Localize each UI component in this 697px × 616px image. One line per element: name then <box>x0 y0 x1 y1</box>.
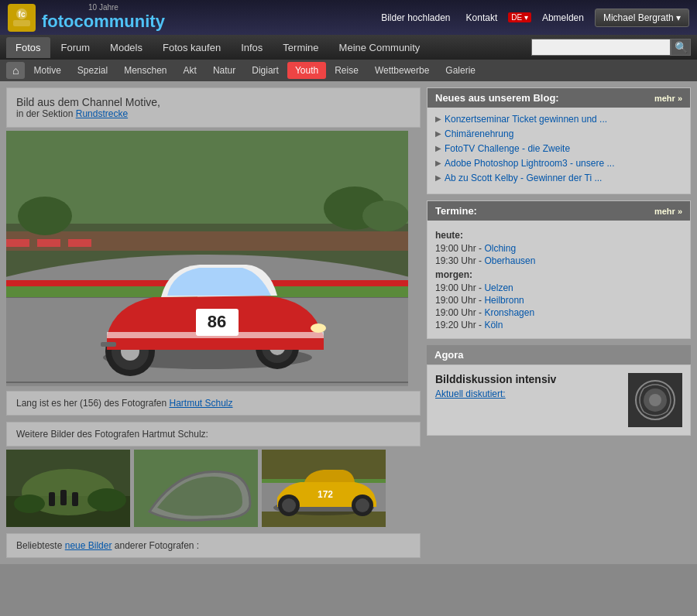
section-link[interactable]: Rundstrecke <box>76 108 128 119</box>
cat-digiart[interactable]: Digiart <box>244 62 287 79</box>
agora-text: Bilddiskussion intensiv Aktuell diskutie… <box>435 373 620 399</box>
cat-natur[interactable]: Natur <box>205 62 243 79</box>
blog-body: ▶ Konzertseminar Ticket gewinnen und ...… <box>427 108 690 193</box>
termine-header: Termine: mehr » <box>427 201 690 221</box>
agora-thumbnail[interactable] <box>628 373 682 427</box>
upload-button[interactable]: Bilder hochladen <box>376 10 455 26</box>
svg-rect-1 <box>13 20 30 26</box>
nav-fotos[interactable]: Fotos <box>6 37 50 58</box>
termine-olching: 19:00 Uhr - Olching <box>435 243 682 254</box>
cat-reise[interactable]: Reise <box>327 62 366 79</box>
photographer-link[interactable]: Hartmut Schulz <box>169 398 232 409</box>
svg-point-34 <box>88 488 126 512</box>
arrow-icon-5: ▶ <box>435 173 441 182</box>
arrow-icon-4: ▶ <box>435 159 441 167</box>
kronshagen-link[interactable]: Kronshagen <box>484 307 534 318</box>
cat-spezial[interactable]: Spezial <box>70 62 115 79</box>
blog-header: Neues aus unserem Blog: mehr » <box>427 88 690 108</box>
svg-point-47 <box>355 498 369 512</box>
brand-name: fotocommunity <box>42 12 165 32</box>
photo-info-box: Bild aus dem Channel Motive, in der Sekt… <box>6 87 421 128</box>
blog-item-2: ▶ Chimärenehrung <box>435 128 682 139</box>
popular-bar: Beliebteste neue Bilder anderer Fotograf… <box>6 533 421 558</box>
nav-meine-community[interactable]: Meine Community <box>330 37 430 58</box>
blog-link-2[interactable]: Chimärenehrung <box>445 128 513 139</box>
agora-header: Agora <box>427 345 691 364</box>
blog-item-5: ▶ Ab zu Scott Kelby - Gewinner der Ti ..… <box>435 173 682 183</box>
search-area: 🔍 <box>531 39 691 56</box>
arrow-icon-2: ▶ <box>435 129 441 138</box>
flag-icon[interactable]: DE ▾ <box>508 12 531 22</box>
oberhausen-link[interactable]: Oberhausen <box>484 255 535 266</box>
thumbnail-1[interactable] <box>6 450 130 527</box>
svg-rect-25 <box>37 239 60 247</box>
blog-link-3[interactable]: FotoTV Challenge - die Zweite <box>445 143 570 154</box>
logo-area: fc 10 Jahre fotocommunity <box>8 3 165 32</box>
cat-youth[interactable]: Youth <box>287 62 326 79</box>
termine-oberhausen: 19:30 Uhr - Oberhausen <box>435 255 682 266</box>
blog-mehr-link[interactable]: mehr » <box>654 94 682 103</box>
top-bar: fc 10 Jahre fotocommunity Bilder hochlad… <box>0 0 697 35</box>
uelzen-link[interactable]: Uelzen <box>484 282 513 293</box>
logout-button[interactable]: Abmelden <box>537 10 589 26</box>
search-button[interactable]: 🔍 <box>671 39 691 56</box>
termine-kronshagen: 19:00 Uhr - Kronshagen <box>435 307 682 318</box>
termine-title: Termine: <box>435 205 477 217</box>
neue-bilder-link[interactable]: neue Bilder <box>65 540 112 551</box>
thumbnail-row: 172 <box>6 450 421 527</box>
nav-forum[interactable]: Forum <box>52 37 100 58</box>
main-photo[interactable]: 86 <box>6 131 408 386</box>
blog-link-1[interactable]: Konzertseminar Ticket gewinnen und ... <box>445 114 607 125</box>
cat-galerie[interactable]: Galerie <box>438 62 483 79</box>
svg-point-33 <box>14 495 45 513</box>
agora-body: Bilddiskussion intensiv Aktuell diskutie… <box>427 364 691 436</box>
agora-link[interactable]: Aktuell diskutiert: <box>435 388 506 399</box>
blog-link-5[interactable]: Ab zu Scott Kelby - Gewinner der Ti ... <box>445 173 602 183</box>
right-panel: Neues aus unserem Blog: mehr » ▶ Konzert… <box>427 87 691 558</box>
agora-section: Agora Bilddiskussion intensiv Aktuell di… <box>427 345 691 436</box>
thumbnail-2[interactable] <box>134 450 258 527</box>
section-text: in der Sektion Rundstrecke <box>16 108 410 119</box>
nav-termine[interactable]: Termine <box>273 37 328 58</box>
svg-rect-24 <box>6 239 29 247</box>
contact-link[interactable]: Kontakt <box>462 10 503 26</box>
cat-wettbewerbe[interactable]: Wettbewerbe <box>367 62 437 79</box>
user-menu-button[interactable]: Michael Bergrath ▾ <box>595 9 689 27</box>
termine-koeln: 19:20 Uhr - Köln <box>435 320 682 330</box>
agora-title: Bilddiskussion intensiv <box>435 373 620 385</box>
arrow-icon-1: ▶ <box>435 115 441 123</box>
termine-mehr-link[interactable]: mehr » <box>654 207 682 216</box>
years-label: 10 Jahre <box>42 3 165 12</box>
olching-link[interactable]: Olching <box>484 243 516 254</box>
cat-akt[interactable]: Akt <box>176 62 204 79</box>
termine-heilbronn: 19:00 Uhr - Heilbronn <box>435 295 682 306</box>
termine-section: Termine: mehr » heute: 19:00 Uhr - Olchi… <box>427 200 691 339</box>
content-wrapper: Bild aus dem Channel Motive, in der Sekt… <box>0 81 697 564</box>
koeln-link[interactable]: Köln <box>484 320 503 330</box>
svg-point-52 <box>649 394 661 406</box>
cat-motive[interactable]: Motive <box>26 62 68 79</box>
svg-rect-36 <box>60 490 67 505</box>
svg-point-27 <box>18 197 72 235</box>
blog-item-4: ▶ Adobe Photoshop Lightroom3 - unsere ..… <box>435 158 682 169</box>
thumbnail-3[interactable]: 172 <box>262 450 386 527</box>
cat-nav: ⌂ Motive Spezial Menschen Akt Natur Digi… <box>0 60 697 81</box>
search-input[interactable] <box>531 39 671 56</box>
top-nav: Bilder hochladen Kontakt DE ▾ Abmelden M… <box>376 9 689 27</box>
svg-text:fc: fc <box>19 10 26 19</box>
svg-rect-22 <box>101 342 116 347</box>
svg-text:86: 86 <box>208 312 226 331</box>
nav-models[interactable]: Models <box>101 37 152 58</box>
photographer-text: Lang ist es her (156) des Fotografen Har… <box>6 391 421 416</box>
blog-link-4[interactable]: Adobe Photoshop Lightroom3 - unsere ... <box>445 158 614 169</box>
cat-menschen[interactable]: Menschen <box>116 62 174 79</box>
svg-text:172: 172 <box>318 489 333 500</box>
nav-infos[interactable]: Infos <box>232 37 272 58</box>
nav-fotos-kaufen[interactable]: Fotos kaufen <box>153 37 230 58</box>
more-photos-label: Weitere Bilder des Fotografen Hartmut Sc… <box>6 422 421 447</box>
blog-item-3: ▶ FotoTV Challenge - die Zweite <box>435 143 682 154</box>
home-icon[interactable]: ⌂ <box>6 62 25 79</box>
left-panel: Bild aus dem Channel Motive, in der Sekt… <box>6 87 421 558</box>
heilbronn-link[interactable]: Heilbronn <box>484 295 524 306</box>
svg-point-29 <box>362 200 408 231</box>
